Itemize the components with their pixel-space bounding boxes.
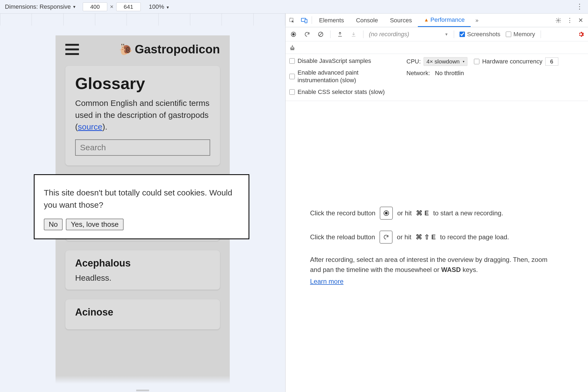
keyboard-shortcut: ⌘ ⇧ E: [416, 233, 436, 241]
resize-handle-bottom[interactable]: [136, 390, 149, 392]
tab-sources[interactable]: Sources: [384, 14, 418, 27]
performance-sub-toolbar: [286, 41, 588, 54]
devtools-pane: Elements Console Sources ▲ Performance »…: [285, 14, 588, 392]
search-input[interactable]: [75, 139, 210, 156]
hint-text: to start a new recording.: [433, 209, 503, 217]
record-button-hint-icon: [380, 207, 393, 220]
cpu-label: CPU:: [406, 58, 421, 65]
more-icon[interactable]: ⋮: [576, 2, 583, 11]
disable-js-checkbox[interactable]: Disable JavaScript samples: [289, 57, 396, 65]
svg-point-3: [558, 20, 559, 21]
svg-line-7: [319, 32, 323, 36]
svg-point-9: [385, 212, 388, 215]
network-throttle-select[interactable]: No throttlin: [435, 70, 464, 77]
more-tabs-icon[interactable]: »: [471, 14, 483, 27]
term-card: Acinose: [65, 299, 220, 329]
hamburger-icon[interactable]: [65, 44, 79, 55]
tab-console[interactable]: Console: [350, 14, 384, 27]
ruler: [0, 14, 285, 26]
perf-settings-icon[interactable]: [578, 31, 584, 38]
cpu-throttle-select[interactable]: 4× slowdown ▾: [424, 57, 468, 66]
page-heading: Glossary: [75, 74, 210, 93]
devtools-tabs: Elements Console Sources ▲ Performance »…: [286, 14, 588, 27]
hint-text: Click the record button: [310, 209, 375, 217]
svg-point-5: [292, 33, 295, 35]
gc-icon[interactable]: [289, 44, 295, 51]
close-icon[interactable]: ✕: [578, 17, 583, 24]
reload-button-hint-icon: [379, 231, 393, 244]
keyboard-shortcut: ⌘ E: [416, 209, 429, 217]
term-card: Acephalous Headless.: [65, 250, 220, 290]
inspect-icon[interactable]: [286, 14, 298, 27]
tab-elements[interactable]: Elements: [313, 14, 350, 27]
source-link[interactable]: source: [78, 122, 102, 131]
term-title: Acinose: [75, 307, 210, 318]
viewport-height-input[interactable]: [116, 2, 141, 11]
enable-paint-checkbox[interactable]: Enable advanced paint instrumentation (s…: [289, 69, 396, 84]
hint-text: Click the reload button: [310, 233, 375, 241]
settings-icon[interactable]: [555, 17, 561, 23]
enable-css-checkbox[interactable]: Enable CSS selector stats (slow): [289, 88, 396, 96]
network-label: Network:: [406, 70, 430, 77]
cookie-text: This site doesn't but totally could set …: [44, 186, 239, 211]
cookie-no-button[interactable]: No: [44, 219, 63, 230]
upload-icon[interactable]: [336, 30, 344, 38]
recordings-dropdown[interactable]: (no recordings): [369, 31, 409, 38]
record-icon[interactable]: [289, 30, 298, 38]
zoom-dropdown[interactable]: 100% ▼: [149, 3, 170, 10]
hint-text: or hit: [397, 209, 412, 217]
learn-more-link[interactable]: Learn more: [310, 276, 344, 286]
hint-paragraph: After recording, select an area of inter…: [310, 255, 550, 287]
screenshots-checkbox[interactable]: Screenshots: [460, 31, 500, 38]
device-viewport-pane: 🐌 Gastropodicon Glossary Common English …: [0, 14, 285, 392]
viewport-width-input[interactable]: [83, 2, 107, 11]
device-toggle-icon[interactable]: [298, 14, 311, 27]
hint-text: or hit: [397, 233, 411, 241]
reload-icon[interactable]: [303, 30, 311, 38]
more-icon[interactable]: ⋮: [567, 17, 573, 24]
memory-checkbox[interactable]: Memory: [506, 31, 535, 38]
cookie-dialog: This site doesn't but totally could set …: [34, 174, 249, 239]
cookie-yes-button[interactable]: Yes, love those: [66, 219, 123, 230]
term-definition: Headless.: [75, 273, 210, 283]
performance-empty-state: Click the record button or hit ⌘ E to st…: [286, 101, 588, 392]
hardware-concurrency-input[interactable]: [545, 57, 558, 66]
performance-settings: Disable JavaScript samples Enable advanc…: [286, 54, 588, 101]
performance-toolbar: (no recordings) ▼ Screenshots Memory: [286, 27, 588, 41]
page-description: Common English and scientific terms used…: [75, 97, 210, 133]
dimensions-dropdown[interactable]: Dimensions: Responsive: [5, 3, 71, 10]
site-title: 🐌 Gastropodicon: [119, 42, 220, 56]
hardware-concurrency-checkbox[interactable]: Hardware concurrency: [474, 58, 542, 65]
chevron-down-icon[interactable]: ▼: [72, 5, 76, 9]
tab-performance[interactable]: ▲ Performance: [418, 14, 471, 27]
hint-text: to record the page load.: [440, 233, 509, 241]
snail-icon: 🐌: [119, 43, 133, 56]
clear-icon[interactable]: [317, 30, 325, 38]
download-icon[interactable]: [350, 30, 358, 38]
device-toolbar: Dimensions: Responsive ▼ × 100% ▼ ⋮: [0, 0, 588, 14]
chevron-down-icon[interactable]: ▼: [445, 32, 448, 36]
term-title: Acephalous: [75, 258, 210, 269]
warning-icon: ▲: [424, 17, 429, 23]
dimension-separator: ×: [110, 3, 114, 10]
svg-rect-2: [305, 19, 307, 23]
